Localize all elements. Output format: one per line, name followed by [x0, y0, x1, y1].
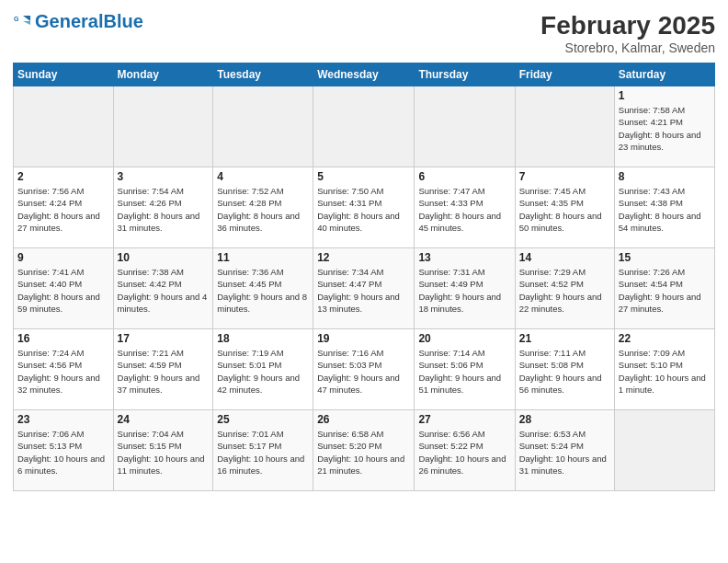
day-number: 12 — [317, 251, 410, 264]
day-number: 15 — [619, 251, 711, 264]
calendar-cell — [614, 410, 714, 491]
calendar-cell: 1Sunrise: 7:58 AM Sunset: 4:21 PM Daylig… — [614, 86, 714, 167]
calendar-cell: 23Sunrise: 7:06 AM Sunset: 5:13 PM Dayli… — [14, 410, 114, 491]
calendar-week-row: 1Sunrise: 7:58 AM Sunset: 4:21 PM Daylig… — [14, 86, 715, 167]
location: Storebro, Kalmar, Sweden — [540, 40, 715, 55]
day-info: Sunrise: 7:04 AM Sunset: 5:15 PM Dayligh… — [118, 428, 210, 477]
logo: G GeneralBlue — [13, 11, 143, 31]
day-number: 6 — [418, 170, 510, 183]
calendar-cell — [14, 86, 114, 167]
calendar-cell: 9Sunrise: 7:41 AM Sunset: 4:40 PM Daylig… — [14, 248, 114, 329]
col-friday: Friday — [515, 63, 614, 86]
calendar-header-row: Sunday Monday Tuesday Wednesday Thursday… — [14, 63, 715, 86]
day-info: Sunrise: 7:29 AM Sunset: 4:52 PM Dayligh… — [519, 266, 610, 315]
day-info: Sunrise: 7:24 AM Sunset: 4:56 PM Dayligh… — [17, 347, 109, 396]
day-info: Sunrise: 7:21 AM Sunset: 4:59 PM Dayligh… — [118, 347, 210, 396]
calendar-week-row: 2Sunrise: 7:56 AM Sunset: 4:24 PM Daylig… — [14, 167, 715, 248]
logo-blue: Blue — [103, 11, 142, 31]
day-number: 18 — [217, 332, 309, 345]
day-number: 21 — [519, 332, 610, 345]
day-number: 7 — [519, 170, 610, 183]
calendar-cell: 4Sunrise: 7:52 AM Sunset: 4:28 PM Daylig… — [213, 167, 313, 248]
calendar-cell: 7Sunrise: 7:45 AM Sunset: 4:35 PM Daylig… — [515, 167, 614, 248]
day-info: Sunrise: 7:16 AM Sunset: 5:03 PM Dayligh… — [317, 347, 410, 396]
day-info: Sunrise: 6:56 AM Sunset: 5:22 PM Dayligh… — [418, 428, 510, 477]
day-number: 25 — [217, 413, 309, 426]
day-number: 11 — [217, 251, 309, 264]
svg-marker-2 — [23, 21, 30, 25]
calendar-cell: 26Sunrise: 6:58 AM Sunset: 5:20 PM Dayli… — [313, 410, 415, 491]
calendar-cell: 18Sunrise: 7:19 AM Sunset: 5:01 PM Dayli… — [213, 329, 313, 410]
calendar-week-row: 9Sunrise: 7:41 AM Sunset: 4:40 PM Daylig… — [14, 248, 715, 329]
day-info: Sunrise: 7:41 AM Sunset: 4:40 PM Dayligh… — [17, 266, 109, 315]
calendar-cell: 20Sunrise: 7:14 AM Sunset: 5:06 PM Dayli… — [415, 329, 515, 410]
day-info: Sunrise: 7:34 AM Sunset: 4:47 PM Dayligh… — [317, 266, 410, 315]
day-info: Sunrise: 7:54 AM Sunset: 4:26 PM Dayligh… — [118, 185, 210, 234]
calendar-cell — [113, 86, 213, 167]
logo-general: General — [35, 11, 103, 31]
col-wednesday: Wednesday — [313, 63, 415, 86]
calendar-cell: 21Sunrise: 7:11 AM Sunset: 5:08 PM Dayli… — [515, 329, 614, 410]
col-thursday: Thursday — [415, 63, 515, 86]
col-sunday: Sunday — [14, 63, 114, 86]
calendar-cell: 15Sunrise: 7:26 AM Sunset: 4:54 PM Dayli… — [614, 248, 714, 329]
calendar-cell: 24Sunrise: 7:04 AM Sunset: 5:15 PM Dayli… — [113, 410, 213, 491]
calendar-cell: 6Sunrise: 7:47 AM Sunset: 4:33 PM Daylig… — [415, 167, 515, 248]
calendar-cell: 25Sunrise: 7:01 AM Sunset: 5:17 PM Dayli… — [213, 410, 313, 491]
day-info: Sunrise: 7:58 AM Sunset: 4:21 PM Dayligh… — [619, 104, 711, 153]
day-number: 19 — [317, 332, 410, 345]
calendar-cell: 11Sunrise: 7:36 AM Sunset: 4:45 PM Dayli… — [213, 248, 313, 329]
day-info: Sunrise: 6:58 AM Sunset: 5:20 PM Dayligh… — [317, 428, 410, 477]
day-info: Sunrise: 7:50 AM Sunset: 4:31 PM Dayligh… — [317, 185, 410, 234]
calendar-cell — [515, 86, 614, 167]
day-number: 5 — [317, 170, 410, 183]
day-number: 27 — [418, 413, 510, 426]
day-number: 24 — [118, 413, 210, 426]
calendar-cell — [213, 86, 313, 167]
day-number: 10 — [118, 251, 210, 264]
calendar-cell: 12Sunrise: 7:34 AM Sunset: 4:47 PM Dayli… — [313, 248, 415, 329]
calendar-cell: 10Sunrise: 7:38 AM Sunset: 4:42 PM Dayli… — [113, 248, 213, 329]
calendar-week-row: 23Sunrise: 7:06 AM Sunset: 5:13 PM Dayli… — [14, 410, 715, 491]
col-monday: Monday — [113, 63, 213, 86]
title-block: February 2025 Storebro, Kalmar, Sweden — [540, 11, 715, 55]
svg-text:G: G — [14, 16, 19, 22]
calendar-cell — [313, 86, 415, 167]
day-info: Sunrise: 7:11 AM Sunset: 5:08 PM Dayligh… — [519, 347, 610, 396]
day-info: Sunrise: 7:56 AM Sunset: 4:24 PM Dayligh… — [17, 185, 109, 234]
calendar-cell: 17Sunrise: 7:21 AM Sunset: 4:59 PM Dayli… — [113, 329, 213, 410]
calendar-cell: 14Sunrise: 7:29 AM Sunset: 4:52 PM Dayli… — [515, 248, 614, 329]
day-info: Sunrise: 7:31 AM Sunset: 4:49 PM Dayligh… — [418, 266, 510, 315]
calendar-cell: 5Sunrise: 7:50 AM Sunset: 4:31 PM Daylig… — [313, 167, 415, 248]
logo-icon: G — [13, 12, 31, 30]
day-info: Sunrise: 7:38 AM Sunset: 4:42 PM Dayligh… — [118, 266, 210, 315]
calendar-cell: 2Sunrise: 7:56 AM Sunset: 4:24 PM Daylig… — [14, 167, 114, 248]
day-info: Sunrise: 7:36 AM Sunset: 4:45 PM Dayligh… — [217, 266, 309, 315]
svg-marker-1 — [23, 16, 30, 21]
day-number: 14 — [519, 251, 610, 264]
day-number: 2 — [17, 170, 109, 183]
day-number: 16 — [17, 332, 109, 345]
day-number: 13 — [418, 251, 510, 264]
calendar-table: Sunday Monday Tuesday Wednesday Thursday… — [13, 63, 715, 491]
day-info: Sunrise: 7:47 AM Sunset: 4:33 PM Dayligh… — [418, 185, 510, 234]
col-saturday: Saturday — [614, 63, 714, 86]
day-number: 1 — [619, 89, 711, 102]
calendar-cell — [415, 86, 515, 167]
calendar-cell: 13Sunrise: 7:31 AM Sunset: 4:49 PM Dayli… — [415, 248, 515, 329]
calendar-cell: 22Sunrise: 7:09 AM Sunset: 5:10 PM Dayli… — [614, 329, 714, 410]
day-info: Sunrise: 6:53 AM Sunset: 5:24 PM Dayligh… — [519, 428, 610, 477]
day-number: 8 — [619, 170, 711, 183]
day-info: Sunrise: 7:43 AM Sunset: 4:38 PM Dayligh… — [619, 185, 711, 234]
calendar-cell: 28Sunrise: 6:53 AM Sunset: 5:24 PM Dayli… — [515, 410, 614, 491]
calendar-week-row: 16Sunrise: 7:24 AM Sunset: 4:56 PM Dayli… — [14, 329, 715, 410]
day-info: Sunrise: 7:19 AM Sunset: 5:01 PM Dayligh… — [217, 347, 309, 396]
day-number: 20 — [418, 332, 510, 345]
day-number: 9 — [17, 251, 109, 264]
col-tuesday: Tuesday — [213, 63, 313, 86]
calendar-cell: 16Sunrise: 7:24 AM Sunset: 4:56 PM Dayli… — [14, 329, 114, 410]
day-info: Sunrise: 7:26 AM Sunset: 4:54 PM Dayligh… — [619, 266, 711, 315]
calendar-cell: 3Sunrise: 7:54 AM Sunset: 4:26 PM Daylig… — [113, 167, 213, 248]
calendar-cell: 8Sunrise: 7:43 AM Sunset: 4:38 PM Daylig… — [614, 167, 714, 248]
day-number: 17 — [118, 332, 210, 345]
